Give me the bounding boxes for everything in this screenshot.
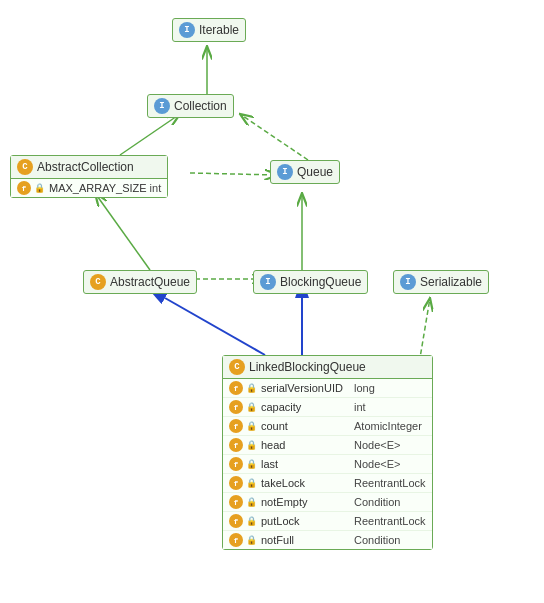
svg-line-6 (95, 193, 150, 270)
lock-5: 🔒 (246, 459, 257, 470)
abstract-collection-node: C AbstractCollection f 🔒 MAX_ARRAY_SIZE … (10, 155, 168, 198)
lock-3: 🔒 (246, 421, 257, 432)
max-array-size-type: int (150, 182, 162, 194)
svg-line-3 (120, 114, 180, 155)
lbq-label: LinkedBlockingQueue (249, 360, 366, 374)
field-takeLock: f 🔒 takeLock ReentrantLock (223, 474, 432, 493)
queue-label: Queue (297, 165, 333, 179)
f-icon-4: f (229, 438, 243, 452)
f-icon-5: f (229, 457, 243, 471)
field-putLock: f 🔒 putLock ReentrantLock (223, 512, 432, 531)
f-icon-2: f (229, 400, 243, 414)
field-name-2: capacity (261, 401, 351, 413)
f-icon-3: f (229, 419, 243, 433)
field-type-2: int (354, 401, 366, 413)
lock-4: 🔒 (246, 440, 257, 451)
f-icon-1: f (229, 381, 243, 395)
field-name-4: head (261, 439, 351, 451)
field-type-8: ReentrantLock (354, 515, 426, 527)
iterable-node: I Iterable (172, 18, 246, 42)
field-name-8: putLock (261, 515, 351, 527)
serializable-label: Serializable (420, 275, 482, 289)
abstract-queue-node: C AbstractQueue (83, 270, 197, 294)
field-capacity: f 🔒 capacity int (223, 398, 432, 417)
field-notFull: f 🔒 notFull Condition (223, 531, 432, 549)
field-type-5: Node<E> (354, 458, 400, 470)
field-type-6: ReentrantLock (354, 477, 426, 489)
queue-icon: I (277, 164, 293, 180)
blocking-queue-icon: I (260, 274, 276, 290)
lock-8: 🔒 (246, 516, 257, 527)
field-head: f 🔒 head Node<E> (223, 436, 432, 455)
iterable-label: Iterable (199, 23, 239, 37)
lock-7: 🔒 (246, 497, 257, 508)
f-icon-9: f (229, 533, 243, 547)
collection-label: Collection (174, 99, 227, 113)
svg-line-9 (165, 298, 265, 355)
lbq-class-icon: C (229, 359, 245, 375)
field-count: f 🔒 count AtomicInteger (223, 417, 432, 436)
lock-9: 🔒 (246, 535, 257, 546)
max-array-size-field: f 🔒 MAX_ARRAY_SIZE int (11, 179, 167, 197)
serializable-icon: I (400, 274, 416, 290)
field-name-6: takeLock (261, 477, 351, 489)
field-name-9: notFull (261, 534, 351, 546)
queue-node: I Queue (270, 160, 340, 184)
f-icon-6: f (229, 476, 243, 490)
blocking-queue-node: I BlockingQueue (253, 270, 368, 294)
collection-icon: I (154, 98, 170, 114)
field-name-1: serialVersionUID (261, 382, 351, 394)
collection-node: I Collection (147, 94, 234, 118)
f-icon-8: f (229, 514, 243, 528)
iterable-icon: I (179, 22, 195, 38)
field-name-7: notEmpty (261, 496, 351, 508)
field-type-4: Node<E> (354, 439, 400, 451)
abstract-queue-label: AbstractQueue (110, 275, 190, 289)
lock-6: 🔒 (246, 478, 257, 489)
linked-blocking-queue-node: C LinkedBlockingQueue f 🔒 serialVersionU… (222, 355, 433, 550)
field-notEmpty: f 🔒 notEmpty Condition (223, 493, 432, 512)
lbq-header: C LinkedBlockingQueue (223, 356, 432, 379)
serializable-node: I Serializable (393, 270, 489, 294)
field-type-3: AtomicInteger (354, 420, 422, 432)
field-serialVersionUID: f 🔒 serialVersionUID long (223, 379, 432, 398)
field-type-7: Condition (354, 496, 400, 508)
field-last: f 🔒 last Node<E> (223, 455, 432, 474)
field-name-3: count (261, 420, 351, 432)
lock-2: 🔒 (246, 402, 257, 413)
field-name-5: last (261, 458, 351, 470)
abstract-collection-label: AbstractCollection (37, 160, 134, 174)
lock-1: 🔒 (246, 383, 257, 394)
f-icon-7: f (229, 495, 243, 509)
field-type-1: long (354, 382, 375, 394)
svg-line-4 (190, 173, 278, 175)
abstract-queue-icon: C (90, 274, 106, 290)
field-type-9: Condition (354, 534, 400, 546)
blocking-queue-label: BlockingQueue (280, 275, 361, 289)
abstract-collection-icon: C (17, 159, 33, 175)
field-icon-f: f (17, 181, 31, 195)
abstract-collection-header: C AbstractCollection (11, 156, 167, 179)
max-array-size-name: MAX_ARRAY_SIZE (49, 182, 147, 194)
lock-icon: 🔒 (34, 183, 45, 194)
svg-line-5 (240, 114, 308, 160)
uml-diagram: I Iterable I Collection C AbstractCollec… (0, 0, 544, 603)
